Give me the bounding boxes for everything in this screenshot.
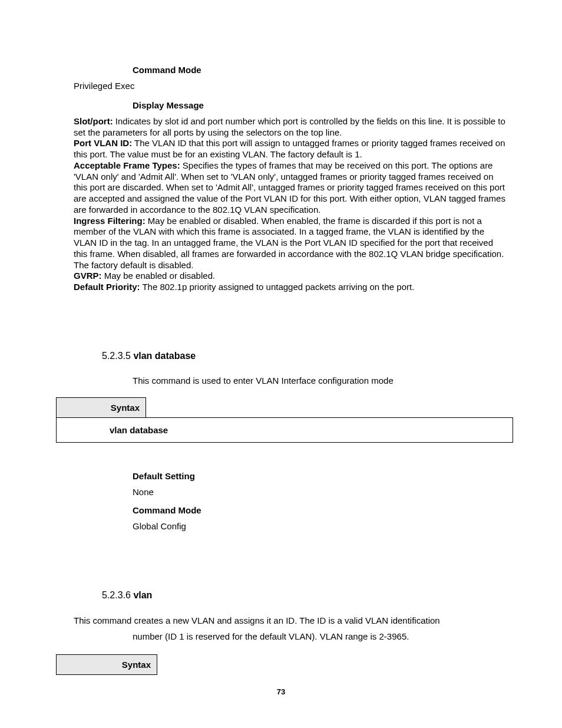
section-5235-heading: 5.2.3.5 vlan database [102,351,506,361]
syntax-blank-5235 [146,397,513,417]
section-5235-subblock: Default Setting None Command Mode Global… [133,471,506,531]
def-ingress: Ingress Filtering: May be enabled or dis… [74,216,506,271]
def-slotport-text: Indicates by slot id and port number whi… [74,116,505,137]
section-5235-desc: This command is used to enter VLAN Inter… [133,374,506,387]
section-5236-name: vlan [133,590,152,600]
default-setting-label-5235: Default Setting [133,471,506,481]
command-mode-heading: Command Mode [133,65,506,75]
def-default-priority-label: Default Priority: [74,282,140,292]
def-default-priority: Default Priority: The 802.1p priority as… [74,282,506,293]
def-slotport: Slot/port: Indicates by slot id and port… [74,116,506,139]
cmd-mode-value-5235: Global Config [133,521,506,531]
def-gvrp-label: GVRP: [74,271,102,281]
def-gvrp-text: May be enabled or disabled. [102,271,216,281]
command-mode-value: Privileged Exec [74,81,506,92]
syntax-label-5235: Syntax [57,397,146,417]
def-slotport-label: Slot/port: [74,116,113,126]
section-5236-heading: 5.2.3.6 vlan [102,590,506,601]
section-5235-num: 5.2.3.5 [102,351,133,361]
syntax-table-5236: Syntax [56,654,157,675]
def-acceptable: Acceptable Frame Types: Specifies the ty… [74,160,506,216]
section-5235-name: vlan database [133,351,196,361]
page-number: 73 [0,687,562,696]
default-setting-value-5235: None [133,487,506,497]
syntax-label-5236: Syntax [57,654,157,674]
def-default-priority-text: The 802.1p priority assigned to untagged… [140,282,415,292]
def-gvrp: GVRP: May be enabled or disabled. [74,271,506,282]
syntax-table-5235: Syntax vlan database [56,397,513,443]
cmd-mode-label-5235: Command Mode [133,505,506,515]
section-5236-num: 5.2.3.6 [102,590,133,600]
syntax-cmd-5235: vlan database [62,425,507,435]
display-message-heading: Display Message [133,100,506,110]
document-page: Command Mode Privileged Exec Display Mes… [0,0,562,728]
syntax-cmd-cell-5235: vlan database [57,417,513,442]
def-ingress-label: Ingress Filtering: [74,216,146,226]
section-5236-desc-line1: This command creates a new VLAN and assi… [74,614,506,628]
def-acceptable-label: Acceptable Frame Types: [74,160,180,170]
def-portvlanid-text: The VLAN ID that this port will assign t… [74,138,505,159]
section-5236-desc-line2: number (ID 1 is reserved for the default… [133,631,506,641]
def-portvlanid-label: Port VLAN ID: [74,138,132,148]
def-portvlanid: Port VLAN ID: The VLAN ID that this port… [74,138,506,160]
